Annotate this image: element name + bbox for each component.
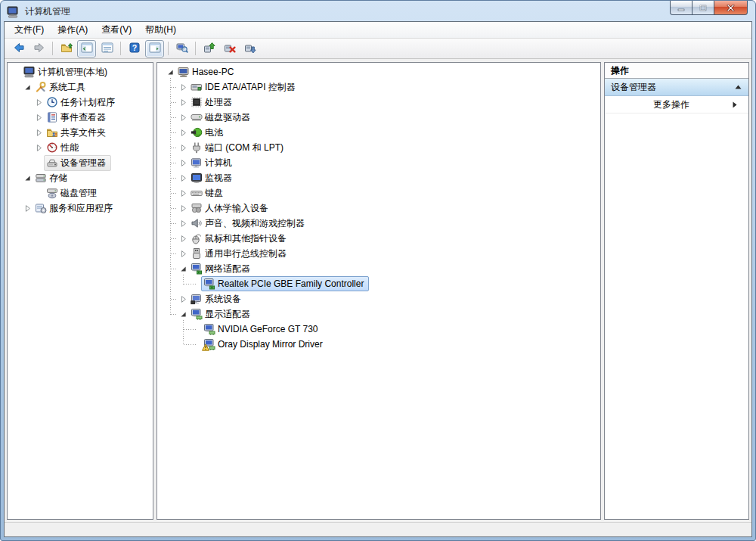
expand-tree-icon[interactable] [33,142,44,153]
toolbar-separator [168,42,169,55]
device-tree-item[interactable]: IDE ATA/ATAPI 控制器 [188,79,301,95]
expand-tree-icon[interactable] [178,112,188,123]
maximize-button[interactable] [692,1,714,15]
expand-tree-icon[interactable] [33,112,44,123]
close-button[interactable] [714,1,748,15]
device-tree-item[interactable]: 系统设备 [188,291,246,307]
expand-tree-icon[interactable] [178,127,188,138]
device-tree-item[interactable]: 磁盘驱动器 [188,110,256,126]
device-tree-item[interactable]: 声音、视频和游戏控制器 [188,216,310,232]
console-tree-item[interactable]: 存储 [33,170,73,186]
actions-section-device-manager[interactable]: 设备管理器 [605,79,748,96]
toolbar-disable-device-button[interactable] [240,40,259,58]
indent-spacer [8,148,33,148]
menu-item-view[interactable]: 查看(V) [94,21,138,39]
toolbar-show-action-pane-button[interactable] [145,40,164,58]
device-tree-item[interactable]: 端口 (COM 和 LPT) [188,140,289,156]
toolbar-uninstall-device-button[interactable] [220,40,239,58]
expand-tree-icon[interactable] [178,218,188,229]
indent-spacer [8,208,22,209]
device-tree-item[interactable]: 通用串行总线控制器 [188,246,292,262]
indent-spacer [8,87,22,88]
tree-item-label: 电池 [203,126,225,139]
expand-tree-icon[interactable] [178,294,188,304]
console-tree-item[interactable]: 事件查看器 [44,110,111,126]
expand-tree-icon[interactable] [178,248,188,259]
export-list-icon [101,42,113,56]
device-tree-item[interactable]: 人体学输入设备 [188,201,274,216]
console-tree-item[interactable]: 性能 [44,140,84,156]
storage-icon [35,172,47,184]
tree-item-label: 键盘 [203,187,225,200]
tree-row: 人体学输入设备 [157,201,600,216]
expand-tree-icon[interactable] [178,173,188,183]
tree-item-label: 鼠标和其他指针设备 [203,232,289,245]
tree-row: 显示适配器 [157,306,600,322]
expand-tree-icon[interactable] [178,233,188,244]
toolbar-show-console-tree-button[interactable] [77,40,96,58]
tree-item-label: Realtek PCIe GBE Family Controller [215,278,366,289]
console-tree-item[interactable]: 系统工具 [33,79,91,95]
device-tree-item[interactable]: 网络适配器 [188,261,256,277]
collapse-section-icon[interactable] [733,82,742,92]
device-tree-item[interactable]: 键盘 [188,185,228,201]
toolbar-forward-button[interactable] [29,40,48,58]
expand-tree-icon[interactable] [33,127,44,138]
indent-spacer [157,238,178,239]
toolbar-update-driver-button[interactable] [200,40,218,58]
folder-up-icon [60,42,73,56]
tree-item-label: Oray Display Mirror Driver [215,339,325,350]
toolbar: ? [5,39,751,59]
expand-tree-icon[interactable] [22,203,33,213]
minimize-button[interactable] [670,1,692,15]
device-manager-icon [46,157,58,169]
console-tree-item[interactable]: 服务和应用程序 [33,201,118,216]
expand-tree-icon[interactable] [178,82,188,92]
event-viewer-icon [46,111,58,123]
hid-icon [191,202,203,214]
toolbar-export-list-button[interactable] [98,40,116,58]
collapse-tree-icon[interactable] [22,173,33,183]
device-tree-item[interactable]: 电池 [188,125,228,141]
console-tree-item[interactable]: 任务计划程序 [44,95,120,110]
expand-tree-icon[interactable] [178,97,188,107]
expand-tree-icon[interactable] [178,203,188,213]
console-tree-item[interactable]: 共享文件夹 [44,125,111,141]
device-tree-item[interactable]: 计算机 [188,155,237,171]
expand-tree-icon[interactable] [178,157,188,168]
indent-spacer [157,299,178,300]
device-tree-item[interactable]: 显示适配器 [188,306,256,322]
device-tree-item[interactable]: NVIDIA GeForce GT 730 [201,322,324,337]
expand-tree-icon[interactable] [178,188,188,198]
device-tree-item[interactable]: Oray Display Mirror Driver [201,337,328,352]
expander-slot [191,339,201,350]
device-tree-item[interactable]: 处理器 [188,95,237,110]
device-tree-item[interactable]: Realtek PCIe GBE Family Controller [201,276,369,291]
console-tree-item[interactable]: 设备管理器 [44,155,111,171]
device-tree-item[interactable]: Hasee-PC [175,64,239,79]
indent-spacer [8,102,33,103]
indent-spacer [8,132,33,133]
expand-tree-icon[interactable] [33,97,44,107]
collapse-tree-icon[interactable] [22,82,33,92]
device-tree-item[interactable]: 鼠标和其他指针设备 [188,231,292,247]
collapse-tree-icon[interactable] [165,67,175,77]
collapse-tree-icon[interactable] [178,309,188,319]
display-adapter-icon [203,323,215,335]
expand-tree-icon[interactable] [178,142,188,153]
toolbar-up-one-level-button[interactable] [57,40,76,58]
menu-item-action[interactable]: 操作(A) [51,21,94,39]
toolbar-scan-hardware-changes-button[interactable] [172,40,191,58]
display-adapter-icon [191,308,203,320]
console-tree-item[interactable]: 磁盘管理 [44,185,102,201]
toolbar-back-button[interactable] [9,40,28,58]
collapse-tree-icon[interactable] [178,263,188,274]
console-tree-item[interactable]: 计算机管理(本地) [21,64,113,80]
menu-item-file[interactable]: 文件(F) [8,21,51,39]
indent-spacer [157,148,178,148]
device-tree-item[interactable]: 监视器 [188,170,237,186]
more-actions-item[interactable]: 更多操作 [605,96,748,113]
menu-item-help[interactable]: 帮助(H) [138,21,183,39]
tree-row: 事件查看器 [8,110,153,125]
toolbar-help-button[interactable]: ? [125,40,144,58]
